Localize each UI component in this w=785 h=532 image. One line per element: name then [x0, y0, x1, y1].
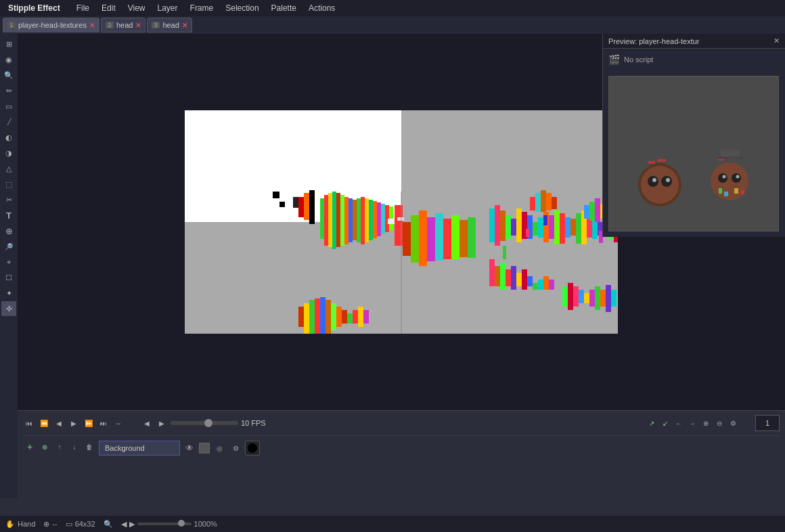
- zoom-slider[interactable]: ◀ ▶ 1000%: [121, 520, 217, 529]
- svg-rect-8: [332, 192, 336, 249]
- frame-add-left[interactable]: ↗: [646, 417, 658, 429]
- playback-start[interactable]: ⏮: [23, 417, 35, 429]
- menu-selection[interactable]: Selection: [220, 2, 264, 14]
- layer-delete-btn[interactable]: 🗑: [83, 440, 96, 453]
- tab-3-label: head: [162, 21, 179, 29]
- tool-wand[interactable]: ✦: [1, 286, 16, 301]
- svg-rect-85: [579, 290, 584, 303]
- fps-increase[interactable]: ▶: [156, 417, 168, 429]
- tool-eraser[interactable]: ▭: [1, 99, 16, 114]
- tool-rect-select[interactable]: ⬚: [1, 177, 16, 192]
- frame-copy[interactable]: ⊕: [700, 417, 712, 429]
- frame-add-right[interactable]: ↙: [659, 417, 671, 429]
- tool-eyedropper[interactable]: 🔎: [1, 239, 16, 254]
- menu-view[interactable]: View: [122, 2, 151, 14]
- tool-text[interactable]: T: [1, 208, 16, 223]
- svg-rect-119: [648, 161, 655, 164]
- layer-panel: + ⊕ ↑ ↓ 🗑 Background 👁 ◎ ⚙: [23, 435, 780, 456]
- tool-zoom[interactable]: 🔍: [1, 68, 16, 83]
- svg-point-124: [723, 175, 726, 179]
- svg-rect-29: [331, 303, 336, 330]
- tab-1[interactable]: 1 player-head-textures ✕: [3, 18, 99, 32]
- tab-1-num: 1: [7, 22, 16, 28]
- svg-rect-20: [381, 204, 385, 234]
- layer-layer-settings-btn[interactable]: ⚙: [229, 441, 242, 455]
- tab-1-close[interactable]: ✕: [89, 22, 95, 29]
- svg-rect-12: [349, 198, 353, 242]
- tab-2[interactable]: 2 head ✕: [101, 18, 145, 32]
- tab-3-close[interactable]: ✕: [182, 22, 187, 29]
- layer-name-field[interactable]: Background: [99, 441, 180, 456]
- menu-actions[interactable]: Actions: [303, 2, 340, 14]
- tool-move[interactable]: ✜: [1, 301, 16, 316]
- svg-rect-54: [533, 222, 538, 236]
- menu-frame[interactable]: Frame: [185, 2, 219, 14]
- svg-point-114: [641, 166, 679, 204]
- playback-end[interactable]: ⏭: [97, 417, 110, 429]
- tool-line[interactable]: ╱: [1, 114, 16, 129]
- layer-visibility-btn[interactable]: 👁: [183, 441, 196, 455]
- fps-slider-thumb[interactable]: [204, 419, 212, 427]
- preview-close-icon[interactable]: ✕: [773, 37, 780, 45]
- dimensions-status: ▭ 64x32: [66, 520, 95, 529]
- svg-rect-7: [328, 193, 332, 247]
- fps-slider-track[interactable]: [171, 421, 238, 425]
- menu-palette[interactable]: Palette: [266, 2, 302, 14]
- zoom-increase-btn[interactable]: ▶: [129, 520, 135, 529]
- tool-shapes[interactable]: △: [1, 161, 16, 176]
- tool-crop[interactable]: ☐: [1, 270, 16, 285]
- timeline-panel: ⏮ ⏪ ◀ ▶ ⏩ ⏭ ↔ ◀ ▶ 10 FPS ↗ ↙ ← → ⊕ ⊖ ⚙: [18, 410, 785, 498]
- playback-next[interactable]: ⏩: [83, 417, 95, 429]
- tool-brush[interactable]: ◐: [1, 130, 16, 145]
- svg-rect-22: [389, 206, 393, 230]
- playback-prev-fast[interactable]: ⏪: [38, 417, 50, 429]
- tool-fill[interactable]: ⊕: [1, 223, 16, 238]
- layer-add-btn[interactable]: +: [23, 440, 37, 453]
- svg-rect-88: [595, 286, 600, 310]
- pixel-canvas[interactable]: [185, 110, 618, 334]
- menu-edit[interactable]: Edit: [96, 2, 121, 14]
- zoom-pct-label: 1000%: [194, 520, 217, 528]
- fps-decrease[interactable]: ◀: [141, 417, 153, 429]
- svg-rect-84: [573, 286, 579, 307]
- frame-delete[interactable]: ⊖: [713, 417, 725, 429]
- svg-rect-57: [549, 215, 554, 239]
- menu-file[interactable]: File: [71, 2, 95, 14]
- svg-point-121: [711, 162, 748, 200]
- tab-3[interactable]: 3 head ✕: [147, 18, 192, 32]
- layer-color-swatch[interactable]: [245, 441, 260, 456]
- playback-prev[interactable]: ◀: [53, 417, 65, 429]
- playback-play[interactable]: ▶: [68, 417, 80, 429]
- tab-2-close[interactable]: ✕: [135, 22, 141, 29]
- playback-loop[interactable]: ↔: [112, 417, 125, 429]
- tool-lasso[interactable]: ✂: [1, 192, 16, 207]
- svg-rect-130: [724, 192, 728, 196]
- layer-name-text: Background: [105, 444, 145, 452]
- tool-pencil[interactable]: ✏: [1, 83, 16, 98]
- svg-rect-102: [541, 190, 546, 212]
- cursor-pos-text: --: [52, 520, 57, 528]
- svg-rect-5: [320, 198, 324, 239]
- tool-shade[interactable]: ◑: [1, 146, 16, 160]
- tool-circle[interactable]: ◉: [1, 52, 16, 67]
- frame-move-right[interactable]: →: [686, 417, 698, 429]
- tab-3-num: 3: [152, 22, 160, 28]
- svg-rect-100: [530, 197, 535, 210]
- zoom-decrease-btn[interactable]: ◀: [121, 520, 127, 529]
- svg-rect-1: [293, 197, 298, 208]
- menu-layer[interactable]: Layer: [152, 2, 183, 14]
- layer-add-layer-btn[interactable]: ⊕: [38, 440, 51, 453]
- zoom-track[interactable]: [137, 523, 192, 525]
- layer-move-up-btn[interactable]: ↑: [53, 440, 66, 453]
- tool-grid[interactable]: ⊞: [1, 37, 16, 51]
- layer-move-down-btn[interactable]: ↓: [68, 440, 81, 453]
- tab-2-label: head: [116, 21, 133, 29]
- layer-lock-btn[interactable]: [199, 443, 210, 453]
- tool-transform[interactable]: ⌖: [1, 254, 16, 269]
- frame-number-box[interactable]: 1: [755, 415, 780, 431]
- zoom-thumb[interactable]: [178, 520, 185, 527]
- frame-move-left[interactable]: ←: [673, 417, 685, 429]
- svg-rect-73: [506, 269, 511, 286]
- frame-settings[interactable]: ⚙: [727, 417, 739, 429]
- layer-alpha-btn[interactable]: ◎: [212, 441, 226, 455]
